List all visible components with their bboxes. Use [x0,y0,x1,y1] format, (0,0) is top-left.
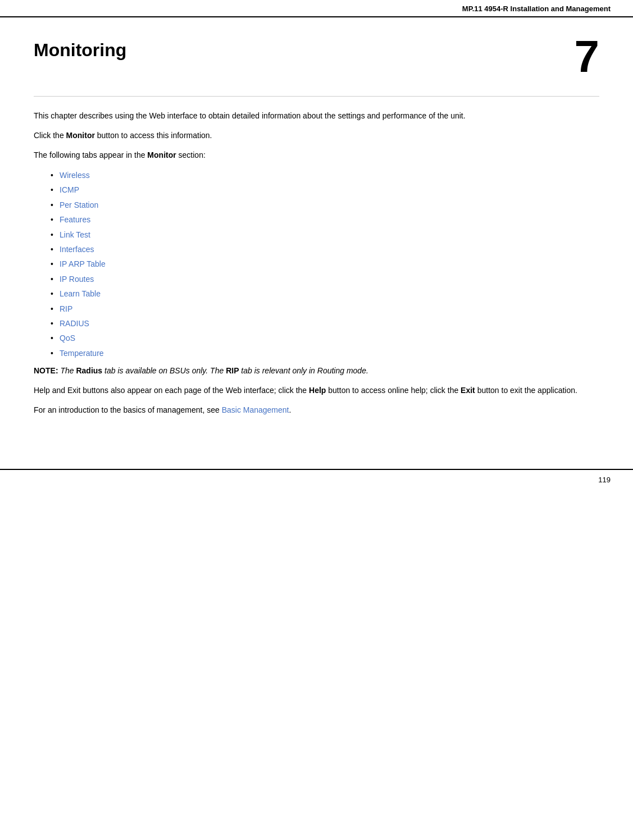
radius-link[interactable]: RADIUS [60,319,89,328]
help-bold: Help [309,386,326,395]
ip-routes-link[interactable]: IP Routes [60,275,94,284]
click-suffix: button to access this information. [95,131,212,140]
note-text-3: tab is relevant only in Routing mode. [239,366,368,375]
header-title: MP.11 4954-R Installation and Management [462,4,611,13]
radius-bold: Radius [76,366,102,375]
ip-arp-table-link[interactable]: IP ARP Table [60,259,106,268]
list-item-ip-routes: IP Routes [51,273,599,285]
note-paragraph: NOTE: The Radius tab is available on BSU… [34,365,599,377]
tabs-prefix: The following tabs appear in the [34,150,147,159]
list-item-interfaces: Interfaces [51,243,599,255]
monitor-bold-2: Monitor [147,150,176,159]
features-link[interactable]: Features [60,215,90,224]
link-test-link[interactable]: Link Test [60,230,90,239]
list-item-per-station: Per Station [51,199,599,211]
page-header: MP.11 4954-R Installation and Management [0,0,633,17]
interfaces-link[interactable]: Interfaces [60,245,94,254]
list-item-rip: RIP [51,303,599,315]
list-item-ip-arp-table: IP ARP Table [51,258,599,270]
list-item-link-test: Link Test [51,229,599,241]
basic-mgmt-suffix: . [289,405,291,414]
chapter-number: 7 [575,34,600,79]
intro-paragraph: This chapter describes using the Web int… [34,110,599,122]
qos-link[interactable]: QoS [60,334,75,343]
help-paragraph: Help and Exit buttons also appear on eac… [34,385,599,396]
help-suffix: button to exit the application. [475,386,577,395]
page-number: 119 [598,476,611,484]
page-footer: 119 [0,469,633,490]
tabs-intro-paragraph: The following tabs appear in the Monitor… [34,149,599,161]
monitor-button-paragraph: Click the Monitor button to access this … [34,130,599,141]
list-item-features: Features [51,213,599,226]
learn-table-link[interactable]: Learn Table [60,289,101,298]
list-item-icmp: ICMP [51,184,599,196]
basic-management-link[interactable]: Basic Management [222,405,289,414]
rip-link[interactable]: RIP [60,304,72,313]
exit-bold: Exit [461,386,475,395]
help-mid: button to access online help; click the [326,386,461,395]
help-prefix: Help and Exit buttons also appear on eac… [34,386,309,395]
temperature-link[interactable]: Temperature [60,349,104,358]
list-item-wireless: Wireless [51,169,599,181]
tabs-suffix: section: [176,150,206,159]
note-label: NOTE: [34,366,58,375]
list-item-qos: QoS [51,332,599,344]
list-item-learn-table: Learn Table [51,287,599,300]
list-item-temperature: Temperature [51,347,599,359]
note-text-2: tab is available on BSUs only. The [102,366,226,375]
monitor-bold: Monitor [66,131,95,140]
rip-bold: RIP [226,366,239,375]
chapter-title: Monitoring [34,40,126,61]
click-text: Click the [34,131,66,140]
icmp-link[interactable]: ICMP [60,185,79,194]
wireless-link[interactable]: Wireless [60,171,90,180]
basic-mgmt-paragraph: For an introduction to the basics of man… [34,404,599,416]
intro-text: This chapter describes using the Web int… [34,111,466,120]
tabs-list: Wireless ICMP Per Station Features Link … [51,169,599,359]
list-item-radius: RADIUS [51,317,599,330]
note-text-1: The [58,366,76,375]
chapter-header: Monitoring 7 [34,40,599,79]
chapter-divider [34,96,599,97]
basic-mgmt-prefix: For an introduction to the basics of man… [34,405,222,414]
per-station-link[interactable]: Per Station [60,200,98,209]
